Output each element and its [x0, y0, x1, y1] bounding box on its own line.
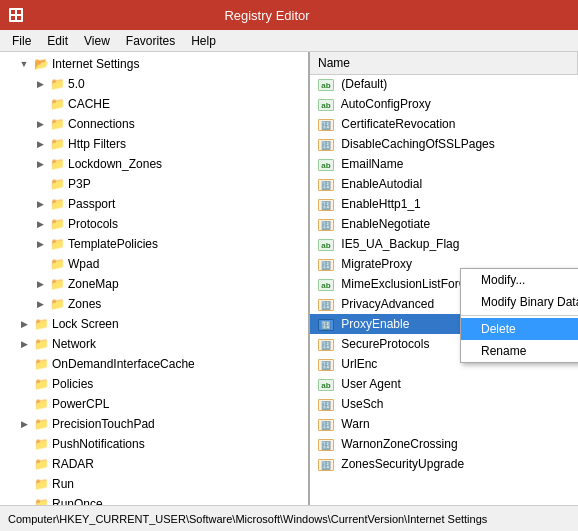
tree-item-on-demand[interactable]: ▶ 📁 OnDemandInterfaceCache: [0, 354, 308, 374]
context-menu-delete[interactable]: Delete: [461, 318, 578, 340]
expander-run[interactable]: ▶: [16, 479, 32, 489]
tree-item-5-0[interactable]: ▶ 📁 5.0: [0, 74, 308, 94]
expander-on-demand[interactable]: ▶: [16, 359, 32, 369]
menu-help[interactable]: Help: [183, 32, 224, 50]
label-passport: Passport: [68, 197, 115, 211]
status-bar: Computer\HKEY_CURRENT_USER\Software\Micr…: [0, 505, 578, 531]
reg-type-icon: 🔢: [318, 439, 334, 451]
reg-name: EnableNegotiate: [341, 217, 430, 231]
table-row[interactable]: ab IE5_UA_Backup_Flag: [310, 234, 578, 254]
expander-radar[interactable]: ▶: [16, 459, 32, 469]
tree-item-passport[interactable]: ▶ 📁 Passport: [0, 194, 308, 214]
expander-connections[interactable]: ▶: [32, 119, 48, 129]
tree-item-wpad[interactable]: ▶ 📁 Wpad: [0, 254, 308, 274]
expander-network[interactable]: ▶: [16, 339, 32, 349]
reg-name: WarnonZoneCrossing: [341, 437, 457, 451]
tree-item-policies[interactable]: ▶ 📁 Policies: [0, 374, 308, 394]
label-p3p: P3P: [68, 177, 91, 191]
table-row[interactable]: ab (Default): [310, 74, 578, 94]
expander-lockdown-zones[interactable]: ▶: [32, 159, 48, 169]
menu-view[interactable]: View: [76, 32, 118, 50]
reg-type-icon: 🔢: [318, 179, 334, 191]
tree-item-radar[interactable]: ▶ 📁 RADAR: [0, 454, 308, 474]
expander-template-policies[interactable]: ▶: [32, 239, 48, 249]
folder-icon-policies: 📁: [32, 377, 50, 391]
context-menu-modify-binary[interactable]: Modify Binary Data...: [461, 291, 578, 313]
tree-item-run-once[interactable]: ▶ 📁 RunOnce: [0, 494, 308, 505]
label-template-policies: TemplatePolicies: [68, 237, 158, 251]
tree-item-lockdown-zones[interactable]: ▶ 📁 Lockdown_Zones: [0, 154, 308, 174]
reg-name: User Agent: [341, 377, 400, 391]
table-row[interactable]: 🔢 WarnonZoneCrossing: [310, 434, 578, 454]
label-zone-map: ZoneMap: [68, 277, 119, 291]
svg-rect-2: [17, 10, 21, 14]
tree-item-zones[interactable]: ▶ 📁 Zones: [0, 294, 308, 314]
folder-icon-lock-screen: 📁: [32, 317, 50, 331]
tree-item-p3p[interactable]: ▶ 📁 P3P: [0, 174, 308, 194]
table-row[interactable]: 🔢 DisableCachingOfSSLPages: [310, 134, 578, 154]
expander-http-filters[interactable]: ▶: [32, 139, 48, 149]
label-power-cpl: PowerCPL: [52, 397, 109, 411]
expander-run-once[interactable]: ▶: [16, 499, 32, 505]
table-row[interactable]: 🔢 UseSch: [310, 394, 578, 414]
expander-internet-settings[interactable]: ▼: [16, 59, 32, 69]
expander-zone-map[interactable]: ▶: [32, 279, 48, 289]
tree-pane[interactable]: ▼ 📂 Internet Settings ▶ 📁 5.0 ▶ 📁 CACHE …: [0, 52, 310, 505]
table-row[interactable]: ab AutoConfigProxy: [310, 94, 578, 114]
table-row[interactable]: 🔢 EnableHttp1_1: [310, 194, 578, 214]
reg-type-icon: 🔢: [318, 259, 334, 271]
expander-protocols[interactable]: ▶: [32, 219, 48, 229]
reg-name: ZonesSecurityUpgrade: [341, 457, 464, 471]
tree-item-cache[interactable]: ▶ 📁 CACHE: [0, 94, 308, 114]
table-row[interactable]: 🔢 CertificateRevocation: [310, 114, 578, 134]
folder-icon-template-policies: 📁: [48, 237, 66, 251]
table-row[interactable]: 🔢 EnableNegotiate: [310, 214, 578, 234]
tree-item-zone-map[interactable]: ▶ 📁 ZoneMap: [0, 274, 308, 294]
svg-rect-3: [11, 16, 15, 20]
label-run: Run: [52, 477, 74, 491]
label-lock-screen: Lock Screen: [52, 317, 119, 331]
tree-item-push-notifications[interactable]: ▶ 📁 PushNotifications: [0, 434, 308, 454]
tree-item-lock-screen[interactable]: ▶ 📁 Lock Screen: [0, 314, 308, 334]
label-http-filters: Http Filters: [68, 137, 126, 151]
expander-precision-touch-pad[interactable]: ▶: [16, 419, 32, 429]
tree-item-template-policies[interactable]: ▶ 📁 TemplatePolicies: [0, 234, 308, 254]
tree-item-run[interactable]: ▶ 📁 Run: [0, 474, 308, 494]
reg-name: AutoConfigProxy: [341, 97, 431, 111]
tree-item-precision-touch-pad[interactable]: ▶ 📁 PrecisionTouchPad: [0, 414, 308, 434]
tree-item-protocols[interactable]: ▶ 📁 Protocols: [0, 214, 308, 234]
table-row[interactable]: 🔢 EnableAutodial: [310, 174, 578, 194]
tree-item-network[interactable]: ▶ 📁 Network: [0, 334, 308, 354]
expander-power-cpl[interactable]: ▶: [16, 399, 32, 409]
menu-file[interactable]: File: [4, 32, 39, 50]
context-menu-separator: [461, 315, 578, 316]
expander-5-0[interactable]: ▶: [32, 79, 48, 89]
expander-passport[interactable]: ▶: [32, 199, 48, 209]
expander-push-notifications[interactable]: ▶: [16, 439, 32, 449]
expander-lock-screen[interactable]: ▶: [16, 319, 32, 329]
expander-cache[interactable]: ▶: [32, 99, 48, 109]
tree-item-connections[interactable]: ▶ 📁 Connections: [0, 114, 308, 134]
table-row[interactable]: 🔢 ZonesSecurityUpgrade: [310, 454, 578, 474]
expander-p3p[interactable]: ▶: [32, 179, 48, 189]
tree-item-http-filters[interactable]: ▶ 📁 Http Filters: [0, 134, 308, 154]
table-row[interactable]: ab User Agent: [310, 374, 578, 394]
folder-icon-push-notifications: 📁: [32, 437, 50, 451]
reg-type-icon: ab: [318, 279, 334, 291]
table-row[interactable]: ab EmailName: [310, 154, 578, 174]
tree-item-power-cpl[interactable]: ▶ 📁 PowerCPL: [0, 394, 308, 414]
svg-rect-4: [17, 16, 21, 20]
right-pane[interactable]: Name ab (Default) ab AutoConfigProxy: [310, 52, 578, 505]
tree-item-internet-settings[interactable]: ▼ 📂 Internet Settings: [0, 54, 308, 74]
reg-type-icon: 🔢: [318, 299, 334, 311]
expander-policies[interactable]: ▶: [16, 379, 32, 389]
reg-name: MigrateProxy: [341, 257, 412, 271]
context-menu-rename[interactable]: Rename: [461, 340, 578, 362]
label-5-0: 5.0: [68, 77, 85, 91]
menu-favorites[interactable]: Favorites: [118, 32, 183, 50]
table-row[interactable]: 🔢 Warn: [310, 414, 578, 434]
expander-zones[interactable]: ▶: [32, 299, 48, 309]
context-menu-modify[interactable]: Modify...: [461, 269, 578, 291]
menu-edit[interactable]: Edit: [39, 32, 76, 50]
expander-wpad[interactable]: ▶: [32, 259, 48, 269]
